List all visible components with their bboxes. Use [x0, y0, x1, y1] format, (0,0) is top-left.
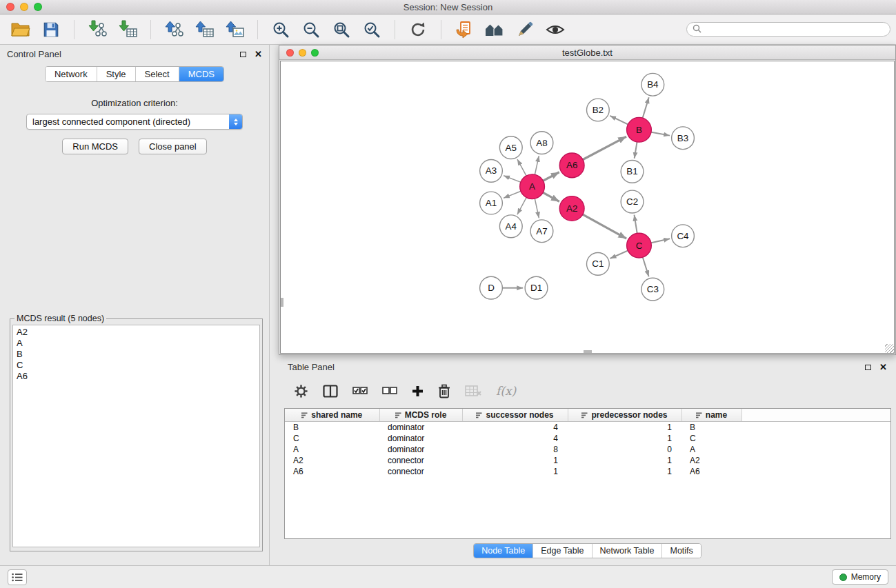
save-session-button[interactable]: [39, 18, 63, 41]
network-close-button[interactable]: [286, 49, 294, 57]
horizontal-scrollbar-thumb[interactable]: [584, 350, 592, 353]
first-neighbors-button[interactable]: [452, 18, 477, 41]
graph-edge-B-B2[interactable]: [610, 116, 628, 125]
mcds-result-item[interactable]: A2: [17, 327, 256, 338]
cell[interactable]: A6: [285, 466, 379, 477]
vertical-scrollbar-thumb[interactable]: [281, 298, 283, 307]
mcds-result-item[interactable]: A: [17, 338, 256, 349]
cell[interactable]: A: [681, 444, 741, 455]
table-row[interactable]: Adominator80A: [285, 444, 890, 455]
graph-node-B2[interactable]: B2: [587, 99, 610, 121]
graph-edge-A-A1[interactable]: [504, 191, 521, 198]
memory-button[interactable]: Memory: [832, 569, 888, 585]
cell[interactable]: 0: [568, 444, 681, 455]
graph-node-A[interactable]: A: [520, 174, 545, 199]
annotation-button[interactable]: [512, 18, 537, 41]
table-row[interactable]: A2connector11A2: [285, 455, 890, 466]
table-tab-edge-table[interactable]: Edge Table: [533, 544, 592, 558]
import-table-button[interactable]: [115, 18, 140, 41]
graph-node-D1[interactable]: D1: [525, 276, 548, 299]
criterion-dropdown[interactable]: largest connected component (directed): [26, 114, 243, 130]
search-input[interactable]: [705, 25, 884, 34]
refresh-layout-button[interactable]: [406, 18, 430, 41]
float-table-panel-icon[interactable]: [865, 365, 871, 370]
graph-edge-A-A5[interactable]: [517, 159, 526, 176]
column-header-shared-name[interactable]: shared name: [285, 409, 379, 421]
graph-edge-A-A4[interactable]: [517, 197, 527, 215]
graph-node-B1[interactable]: B1: [621, 160, 644, 183]
cell[interactable]: 8: [462, 444, 568, 455]
mcds-result-item[interactable]: C: [17, 360, 256, 371]
cell[interactable]: C: [681, 433, 741, 444]
cell[interactable]: 4: [462, 433, 568, 444]
select-all-button[interactable]: [352, 386, 368, 396]
graph-edge-A-A7[interactable]: [535, 198, 539, 218]
close-table-panel-icon[interactable]: ✕: [879, 363, 887, 372]
column-header-predecessor-nodes[interactable]: predecessor nodes: [568, 409, 681, 421]
graph-node-B4[interactable]: B4: [641, 73, 664, 96]
table-tab-node-table[interactable]: Node Table: [474, 544, 533, 558]
network-graph[interactable]: B4B2BB3A8A5A6A3B1AC2A1A2A4A7C4CC1DD1C3: [281, 61, 894, 353]
cell[interactable]: dominator: [379, 444, 462, 455]
run-mcds-button[interactable]: Run MCDS: [62, 139, 128, 154]
task-history-button[interactable]: [8, 569, 27, 585]
cell[interactable]: 1: [462, 466, 568, 477]
cell[interactable]: 1: [568, 421, 681, 433]
export-image-button[interactable]: [222, 18, 247, 41]
mcds-result-list[interactable]: A2ABCA6: [12, 325, 260, 547]
cell[interactable]: C: [285, 433, 379, 444]
cell[interactable]: 1: [462, 455, 568, 466]
graph-edge-B-B3[interactable]: [650, 132, 670, 135]
graph-edge-C-C4[interactable]: [650, 239, 670, 243]
import-network-button[interactable]: [85, 18, 110, 41]
zoom-in-button[interactable]: [268, 18, 293, 41]
float-panel-icon[interactable]: [240, 52, 246, 57]
graph-node-C2[interactable]: C2: [621, 190, 644, 213]
graph-node-A5[interactable]: A5: [499, 136, 522, 159]
cell[interactable]: A2: [681, 455, 741, 466]
graph-edge-A2-C[interactable]: [582, 214, 626, 239]
cell[interactable]: connector: [379, 466, 462, 477]
graph-edge-A-A6[interactable]: [542, 172, 559, 181]
cell[interactable]: 1: [568, 433, 681, 444]
network-minimize-button[interactable]: [299, 49, 306, 57]
graph-edge-C-C2[interactable]: [635, 215, 637, 234]
graph-node-C4[interactable]: C4: [672, 225, 695, 247]
table-tab-motifs[interactable]: Motifs: [662, 544, 700, 558]
control-tab-style[interactable]: Style: [97, 67, 136, 81]
cell[interactable]: B: [681, 421, 741, 433]
network-canvas[interactable]: B4B2BB3A8A5A6A3B1AC2A1A2A4A7C4CC1DD1C3: [280, 61, 895, 354]
control-tab-select[interactable]: Select: [136, 67, 179, 81]
graph-node-A6[interactable]: A6: [559, 153, 584, 178]
graph-node-A7[interactable]: A7: [530, 220, 553, 243]
delete-table-button[interactable]: [465, 385, 481, 397]
close-window-button[interactable]: [6, 3, 14, 11]
network-zoom-button[interactable]: [311, 49, 319, 57]
graph-edge-A-A8[interactable]: [535, 156, 539, 175]
graph-node-A1[interactable]: A1: [480, 192, 503, 214]
cell[interactable]: A2: [285, 455, 379, 466]
show-hide-button[interactable]: [543, 18, 568, 41]
column-header-MCDS-role[interactable]: MCDS role: [379, 409, 462, 421]
deselect-all-button[interactable]: [382, 386, 397, 396]
graph-edge-A6-B[interactable]: [582, 136, 626, 160]
delete-row-button[interactable]: [438, 384, 450, 398]
resize-grip[interactable]: [885, 344, 894, 353]
zoom-out-button[interactable]: [299, 18, 323, 41]
zoom-selected-button[interactable]: [359, 18, 384, 41]
home-button[interactable]: [482, 18, 507, 41]
export-network-button[interactable]: [161, 18, 186, 41]
cell[interactable]: B: [285, 421, 379, 433]
column-header-successor-nodes[interactable]: successor nodes: [462, 409, 568, 421]
graph-node-B[interactable]: B: [627, 117, 652, 142]
cell[interactable]: 1: [568, 455, 681, 466]
graph-edge-C-C1[interactable]: [610, 250, 629, 258]
function-builder-button[interactable]: f(x): [496, 384, 516, 398]
graph-node-C3[interactable]: C3: [641, 278, 664, 301]
graph-edge-A-A3[interactable]: [504, 176, 521, 183]
graph-node-C[interactable]: C: [627, 233, 652, 258]
cell[interactable]: 4: [462, 421, 568, 433]
graph-edge-B-B4[interactable]: [642, 97, 648, 119]
zoom-window-button[interactable]: [34, 3, 42, 11]
open-session-button[interactable]: [8, 18, 33, 41]
